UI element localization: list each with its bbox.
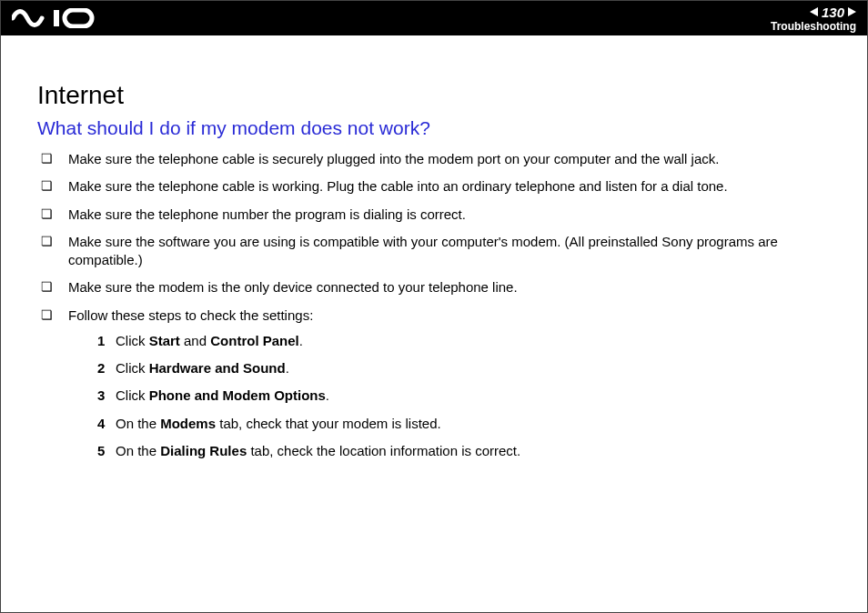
- list-item: Make sure the telephone number the progr…: [65, 206, 831, 224]
- step-list: Click Start and Control Panel. Click Har…: [68, 332, 831, 460]
- page-title: Internet: [37, 81, 831, 110]
- list-item: Follow these steps to check the settings…: [65, 306, 831, 461]
- step-item: On the Dialing Rules tab, check the loca…: [116, 442, 831, 460]
- page-nav: 130 Troubleshooting: [771, 5, 856, 32]
- step-item: Click Start and Control Panel.: [116, 332, 831, 350]
- list-item-text: Follow these steps to check the settings…: [68, 307, 313, 323]
- page-number: 130: [822, 5, 844, 19]
- list-item: Make sure the telephone cable is securel…: [65, 150, 831, 168]
- svg-rect-0: [54, 10, 59, 26]
- list-item: Make sure the telephone cable is working…: [65, 177, 831, 196]
- prev-page-arrow-icon[interactable]: [810, 7, 818, 16]
- vaio-logo-svg: [12, 8, 99, 28]
- svg-rect-1: [65, 10, 92, 26]
- section-label: Troubleshooting: [771, 21, 856, 32]
- page-content: Internet What should I do if my modem do…: [1, 35, 867, 460]
- page-header: 130 Troubleshooting: [1, 1, 867, 35]
- next-page-arrow-icon[interactable]: [848, 7, 856, 16]
- question-heading: What should I do if my modem does not wo…: [37, 117, 831, 139]
- bullet-list: Make sure the telephone cable is securel…: [37, 150, 831, 460]
- step-item: Click Phone and Modem Options.: [116, 387, 831, 405]
- vaio-logo: [12, 1, 99, 35]
- list-item: Make sure the software you are using is …: [65, 233, 831, 270]
- step-item: Click Hardware and Sound.: [116, 359, 831, 377]
- step-item: On the Modems tab, check that your modem…: [116, 415, 831, 433]
- list-item: Make sure the modem is the only device c…: [65, 278, 831, 296]
- manual-page: 130 Troubleshooting Internet What should…: [0, 0, 868, 613]
